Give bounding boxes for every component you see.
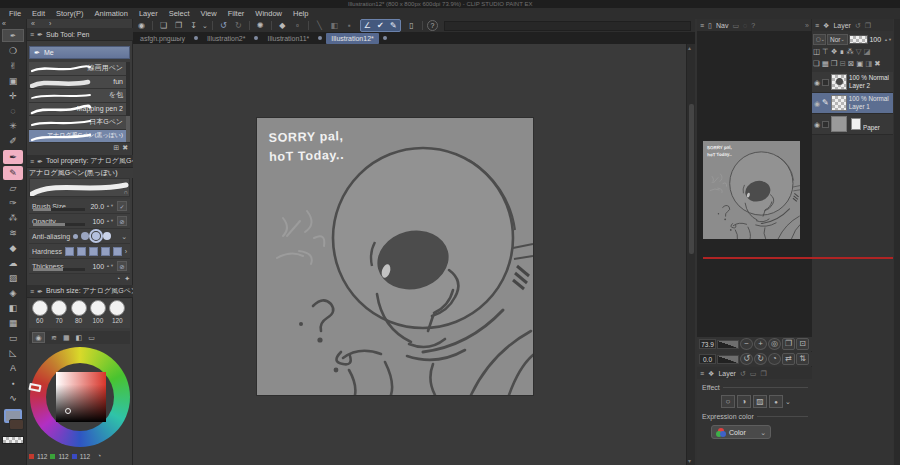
new-document-button[interactable]: ❏: [157, 20, 170, 31]
color-set-tab-icon[interactable]: ▦: [63, 334, 70, 341]
new-folder-icon[interactable]: ❐: [831, 60, 838, 68]
scroll-down-icon[interactable]: ▾: [688, 458, 691, 464]
menu-story[interactable]: Story(P): [56, 9, 84, 18]
stepper-icon[interactable]: ▲▼: [884, 38, 892, 42]
tool-eraser-pen[interactable]: ▱: [3, 181, 24, 196]
collapse-left-icon[interactable]: «: [31, 19, 35, 28]
brush-item[interactable]: 線画用ペン: [29, 62, 130, 76]
panel-menu-icon[interactable]: ≡: [30, 158, 34, 165]
layer-opacity-value[interactable]: 100: [869, 36, 881, 43]
panel-menu-icon[interactable]: ≡: [700, 370, 704, 377]
combine-icon[interactable]: ⊠: [848, 60, 854, 68]
navigator-thumbnail[interactable]: SORRY pal,hoT Today..: [703, 141, 800, 239]
menu-filter[interactable]: Filter: [228, 9, 245, 18]
layer-property-header[interactable]: ≡ ❖ Layer ↺ ▭ ❐: [697, 367, 812, 379]
save-button[interactable]: ↧: [187, 20, 200, 31]
layer-tab-label[interactable]: Layer: [833, 22, 851, 29]
snap-grid-button[interactable]: ✎: [387, 20, 400, 31]
panel-menu-icon[interactable]: ≡: [30, 31, 34, 38]
line-button-disabled[interactable]: ╲: [313, 20, 326, 31]
active-tool-indicator[interactable]: ✒: [2, 29, 24, 42]
menu-animation[interactable]: Animation: [95, 9, 128, 18]
tool-eyedropper[interactable]: ✐: [3, 134, 24, 149]
stepper-icon[interactable]: ▲▼: [106, 204, 114, 208]
merge-down-icon[interactable]: ⊟: [840, 60, 846, 68]
lock-layer-icon[interactable]: ∎: [839, 48, 844, 56]
opacity-slider[interactable]: [33, 223, 85, 226]
layer-row-paper[interactable]: ◉ Paper: [812, 114, 893, 135]
layer-checkbox[interactable]: [822, 79, 829, 86]
delete-layer-icon[interactable]: ✖: [874, 60, 880, 68]
stroke-tab-icon[interactable]: ❐: [760, 370, 766, 377]
thickness-value[interactable]: 100: [92, 263, 104, 270]
menu-view[interactable]: View: [201, 9, 217, 18]
halftone-effect-button[interactable]: ▨: [753, 395, 767, 408]
tool-pen[interactable]: ✒: [3, 150, 23, 164]
layer-row-layer1-selected[interactable]: ◉ ✎ 100 % NormalLayer 1: [812, 93, 893, 114]
tab-illustration2[interactable]: Illustration2*: [202, 33, 251, 44]
thickness-slider[interactable]: [33, 268, 85, 271]
thickness-option-button[interactable]: ⊘: [117, 261, 127, 271]
brush-list-scrollbar[interactable]: [126, 62, 130, 143]
ruler-range-icon[interactable]: ◪: [863, 48, 870, 56]
tool-wand[interactable]: ✳: [3, 119, 24, 134]
tone-effect-button[interactable]: ◑: [737, 395, 751, 408]
color-wheel-tab-icon[interactable]: ◉: [32, 332, 45, 343]
tool-gradient2[interactable]: ◧: [3, 301, 24, 316]
item-bank-tab-icon[interactable]: ◌: [743, 22, 747, 29]
stepper-icon[interactable]: ▲▼: [106, 264, 114, 268]
zoom-value[interactable]: 73.9: [699, 339, 716, 349]
panel-menu-icon[interactable]: ≡: [700, 22, 704, 29]
size-preset-70[interactable]: 70: [50, 300, 67, 328]
gradient-button-disabled[interactable]: ◧: [328, 20, 341, 31]
alpha-lock-icon[interactable]: ⊤: [822, 48, 829, 56]
panel-menu-icon[interactable]: ≡: [30, 288, 34, 295]
subtool-group-tab[interactable]: ✒ Me: [29, 46, 130, 59]
layer-mask-icon[interactable]: ▣: [856, 60, 863, 68]
border-effect-button[interactable]: ○: [721, 395, 735, 408]
transparent-color-swatch[interactable]: [2, 436, 24, 444]
lock-transparent-icon[interactable]: ⁂: [846, 48, 854, 56]
layer-panel-header[interactable]: ≡ ❖ Layer ↺ ❐: [812, 19, 893, 31]
history-tab-icon[interactable]: ↺: [855, 22, 861, 29]
history-tab-icon[interactable]: ▭: [88, 334, 95, 341]
rotate-right-button[interactable]: ↻: [754, 353, 767, 365]
chevron-icon[interactable]: ›: [49, 19, 51, 28]
tool-pencil[interactable]: ✎: [3, 166, 23, 180]
open-document-button[interactable]: ❐: [172, 20, 185, 31]
chevron-right-icon[interactable]: ›: [125, 248, 127, 255]
new-layer-icon[interactable]: ❏: [813, 60, 820, 68]
tablet-mode-button[interactable]: ▯: [405, 20, 418, 31]
tool-operation[interactable]: ▣: [3, 74, 24, 89]
blend-mode-dropdown[interactable]: Nor⌄: [827, 34, 848, 45]
tab-illustration12-active[interactable]: Illustration12*: [326, 33, 378, 44]
canvas-vertical-scrollbar[interactable]: ▴ ▾: [686, 44, 695, 465]
eye-icon[interactable]: ◉: [814, 100, 820, 107]
opacity-option-button[interactable]: ⊘: [117, 216, 127, 226]
tool-ruler[interactable]: ◺: [3, 346, 24, 361]
size-preset-100[interactable]: 100: [89, 300, 106, 328]
menu-file[interactable]: File: [9, 9, 21, 18]
subview-tab-icon[interactable]: ▭: [732, 22, 739, 29]
layer-property-tab-label[interactable]: Layer: [718, 370, 736, 377]
size-preset-80[interactable]: 80: [70, 300, 87, 328]
tool-frame[interactable]: ▭: [3, 331, 24, 346]
size-preset-60[interactable]: 60: [31, 300, 48, 328]
tab-illustration11[interactable]: Illustration11*: [262, 33, 314, 44]
aa-middle-option-selected[interactable]: [92, 232, 100, 240]
collapse-right-icon[interactable]: »: [805, 22, 809, 29]
tool-correction[interactable]: ∿: [3, 391, 24, 406]
tab-asfgh[interactable]: asfgh.pngшыу: [135, 33, 190, 44]
brush-item[interactable]: を包: [29, 89, 130, 103]
anti-aliasing-row[interactable]: Anti-aliasing ⌄: [29, 229, 130, 244]
animation-tab-icon[interactable]: ↺: [740, 370, 746, 377]
snap-special-button[interactable]: ✔: [374, 20, 387, 31]
navigator-header[interactable]: ≡ ▯ Nav ▭ ◌ ? »: [697, 19, 811, 31]
rotate-value[interactable]: 0.0: [699, 354, 716, 364]
help-button[interactable]: ?: [427, 20, 438, 31]
menu-select[interactable]: Select: [169, 9, 190, 18]
square-button-disabled[interactable]: ▪: [343, 20, 356, 31]
tool-text[interactable]: A: [3, 361, 24, 376]
layer-thumbnail[interactable]: [831, 74, 847, 90]
tool-hand[interactable]: ✌: [3, 59, 24, 74]
